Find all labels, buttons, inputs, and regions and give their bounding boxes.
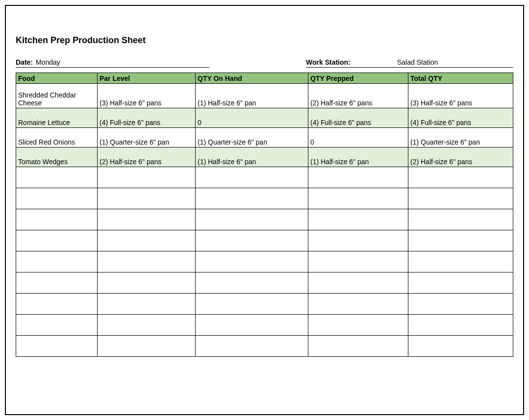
cell-empty <box>408 251 513 272</box>
station-field: Work Station: Salad Station <box>306 58 513 68</box>
cell-empty <box>308 230 408 251</box>
header-food: Food <box>16 73 98 84</box>
cell-empty <box>308 251 408 272</box>
cell-empty <box>196 251 308 272</box>
cell-empty <box>308 294 408 315</box>
cell-empty <box>408 315 513 336</box>
cell-empty <box>98 209 196 230</box>
station-value: Salad Station <box>397 58 438 66</box>
cell-empty <box>408 272 513 294</box>
header-par: Par Level <box>98 73 196 84</box>
table-body: Shredded Cheddar Cheese(3) Half-size 6" … <box>16 84 513 357</box>
cell-empty <box>16 209 98 230</box>
header-onhand: QTY On Hand <box>196 73 308 84</box>
meta-row: Date: Monday Work Station: Salad Station <box>16 58 513 68</box>
cell-empty <box>308 209 408 230</box>
table-row-empty <box>16 294 513 315</box>
station-label: Work Station: <box>306 58 394 66</box>
sheet-title: Kitchen Prep Production Sheet <box>16 35 513 46</box>
cell-empty <box>196 230 308 251</box>
table-row-empty <box>16 167 513 188</box>
cell-food: Romaine Lettuce <box>16 108 98 128</box>
cell-empty <box>196 188 308 209</box>
cell-empty <box>16 336 98 357</box>
meta-gap <box>209 58 306 68</box>
cell-prepped: (2) Half-size 6" pans <box>308 84 408 108</box>
table-row-empty <box>16 336 513 357</box>
cell-empty <box>308 272 408 294</box>
table-row-empty <box>16 315 513 336</box>
cell-empty <box>16 272 98 294</box>
cell-empty <box>16 251 98 272</box>
date-field: Date: Monday <box>16 58 209 68</box>
cell-empty <box>196 209 308 230</box>
table-row-empty <box>16 230 513 251</box>
cell-onhand: 0 <box>196 108 308 128</box>
table-row-empty <box>16 209 513 230</box>
table-row-empty <box>16 188 513 209</box>
cell-empty <box>408 294 513 315</box>
cell-food: Tomato Wedges <box>16 148 98 167</box>
cell-empty <box>408 167 513 188</box>
table-row: Romaine Lettuce(4) Full-size 6" pans0(4)… <box>16 108 513 128</box>
cell-food: Shredded Cheddar Cheese <box>16 84 98 108</box>
date-value: Monday <box>36 58 60 66</box>
header-total: Total QTY <box>408 73 513 84</box>
cell-empty <box>408 188 513 209</box>
cell-empty <box>98 230 196 251</box>
table-row-empty <box>16 251 513 272</box>
cell-par: (4) Full-size 6" pans <box>98 108 196 128</box>
cell-empty <box>98 272 196 294</box>
cell-empty <box>98 167 196 188</box>
cell-par: (2) Half-size 6" pans <box>98 148 196 167</box>
cell-empty <box>408 209 513 230</box>
cell-empty <box>408 336 513 357</box>
cell-empty <box>16 188 98 209</box>
cell-par: (1) Quarter-size 6" pan <box>98 128 196 148</box>
cell-empty <box>196 315 308 336</box>
page-frame: Kitchen Prep Production Sheet Date: Mond… <box>5 5 524 415</box>
table-header-row: Food Par Level QTY On Hand QTY Prepped T… <box>16 73 513 84</box>
table-row-empty <box>16 272 513 294</box>
cell-prepped: 0 <box>308 128 408 148</box>
cell-prepped: (1) Half-size 6" pan <box>308 148 408 167</box>
cell-empty <box>308 315 408 336</box>
cell-total: (3) Half-size 6" pans <box>408 84 513 108</box>
cell-prepped: (4) Full-size 6" pans <box>308 108 408 128</box>
table-row: Sliced Red Onions(1) Quarter-size 6" pan… <box>16 128 513 148</box>
cell-empty <box>98 188 196 209</box>
cell-empty <box>308 188 408 209</box>
cell-empty <box>196 167 308 188</box>
cell-par: (3) Half-size 6" pans <box>98 84 196 108</box>
cell-total: (2) Half-size 6" pans <box>408 148 513 167</box>
cell-onhand: (1) Quarter-size 6" pan <box>196 128 308 148</box>
cell-empty <box>16 230 98 251</box>
cell-empty <box>308 336 408 357</box>
cell-empty <box>408 230 513 251</box>
cell-total: (4) Full-size 6" pans <box>408 108 513 128</box>
cell-food: Sliced Red Onions <box>16 128 98 148</box>
cell-empty <box>196 294 308 315</box>
cell-empty <box>16 315 98 336</box>
production-table: Food Par Level QTY On Hand QTY Prepped T… <box>16 73 513 357</box>
cell-onhand: (1) Half-size 6" pan <box>196 148 308 167</box>
cell-empty <box>98 251 196 272</box>
date-label: Date: <box>16 58 33 66</box>
cell-empty <box>98 315 196 336</box>
cell-total: (1) Quarter-size 6" pan <box>408 128 513 148</box>
cell-onhand: (1) Half-size 6" pan <box>196 84 308 108</box>
cell-empty <box>98 336 196 357</box>
cell-empty <box>98 294 196 315</box>
table-row: Tomato Wedges(2) Half-size 6" pans(1) Ha… <box>16 148 513 167</box>
table-row: Shredded Cheddar Cheese(3) Half-size 6" … <box>16 84 513 108</box>
header-prepped: QTY Prepped <box>308 73 408 84</box>
cell-empty <box>196 272 308 294</box>
cell-empty <box>16 167 98 188</box>
cell-empty <box>16 294 98 315</box>
cell-empty <box>308 167 408 188</box>
cell-empty <box>196 336 308 357</box>
